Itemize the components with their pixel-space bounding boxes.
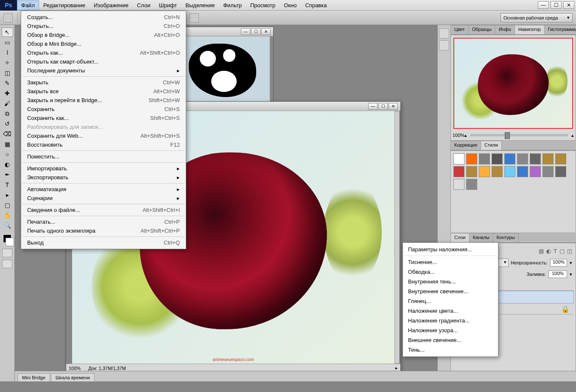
menu-item[interactable]: Создать...Ctrl+N (21, 13, 186, 22)
fx-menu-item[interactable]: Внутренняя тень... (403, 277, 498, 286)
style-swatch[interactable] (466, 166, 477, 177)
fx-menu-item[interactable]: Внешнее свечение... (403, 335, 498, 345)
quickmask-button[interactable] (2, 249, 12, 257)
style-swatch[interactable] (530, 166, 541, 177)
style-swatch[interactable] (542, 166, 554, 177)
fx-menu-item[interactable]: Наложение узора... (403, 325, 498, 335)
menu-изображение[interactable]: Изображение (89, 0, 133, 10)
tool-preset-icon[interactable] (3, 13, 13, 22)
fx-menu-item[interactable]: Глянец... (403, 296, 498, 306)
style-swatch[interactable] (453, 153, 464, 164)
hand-tool[interactable]: ✋ (2, 211, 13, 220)
menu-item[interactable]: СохранитьCtrl+S (21, 105, 186, 114)
style-swatch[interactable] (517, 166, 528, 177)
lasso-tool[interactable]: ⌇ (2, 48, 13, 57)
fx-menu-item[interactable]: Наложение цвета... (403, 306, 498, 316)
panel-tab[interactable]: Каналы (469, 233, 493, 242)
auto-align-icon[interactable] (190, 13, 199, 22)
gradient-tool[interactable]: ▦ (2, 139, 13, 149)
screenmode-button[interactable] (2, 260, 12, 268)
doc-close-button[interactable]: ✕ (261, 28, 271, 35)
menu-выделение[interactable]: Выделение (181, 0, 219, 10)
menu-item[interactable]: Закрыть всеAlt+Ctrl+W (21, 87, 186, 96)
heal-tool[interactable]: ✚ (2, 89, 13, 98)
menu-item[interactable]: Закрыть и перейти в Bridge...Shift+Ctrl+… (21, 96, 186, 105)
brush-tool[interactable]: 🖌 (2, 99, 13, 108)
menu-item[interactable]: Обзор в Mini Bridge... (21, 39, 186, 48)
document-window-small[interactable]: — ☐ ✕ (176, 27, 274, 111)
panel-tab[interactable]: Слои (450, 233, 470, 242)
filter-adjust-icon[interactable]: ◐ (546, 248, 551, 254)
history-brush-tool[interactable]: ↺ (2, 119, 13, 128)
menu-просмотр[interactable]: Просмотр (246, 0, 280, 10)
pen-tool[interactable]: ✒ (2, 170, 13, 179)
panel-tab[interactable]: Навигатор (514, 25, 545, 34)
style-swatch[interactable] (555, 166, 566, 177)
fx-menu-item[interactable]: Тень... (403, 345, 498, 355)
menu-item[interactable]: Сведения о файле...Alt+Shift+Ctrl+I (21, 206, 186, 214)
menu-item[interactable]: Открыть как смарт-объект... (21, 57, 186, 66)
style-swatch[interactable] (492, 166, 503, 177)
style-swatch[interactable] (466, 179, 477, 190)
fx-menu-item[interactable]: Внутреннее свечение... (403, 286, 498, 296)
menu-item[interactable]: ВосстановитьF12 (21, 140, 186, 149)
type-tool[interactable]: T (2, 180, 13, 189)
opacity-value[interactable]: 100% (550, 259, 567, 267)
menu-item[interactable]: ЗакрытьCtrl+W (21, 78, 186, 87)
tab-mini-bridge[interactable]: Mini Bridge (17, 373, 50, 381)
workspace-dropdown[interactable]: Основная рабочая среда▾ (501, 13, 573, 22)
menu-item[interactable]: Открыть как...Alt+Shift+Ctrl+O (21, 48, 186, 57)
style-swatch[interactable] (504, 153, 515, 164)
eraser-tool[interactable]: ⌫ (2, 129, 13, 139)
eyedropper-tool[interactable]: ✎ (2, 78, 13, 88)
menu-item[interactable]: Поместить... (21, 152, 186, 161)
menu-item[interactable]: Сохранить для Web...Alt+Shift+Ctrl+S (21, 131, 186, 140)
panel-tab[interactable]: Цвет (450, 25, 469, 34)
panel-tab[interactable]: Контуры (493, 233, 519, 242)
style-swatch[interactable] (479, 166, 490, 177)
nav-zoom-value[interactable]: 100% (453, 133, 464, 138)
doc-minimize-button[interactable]: — (241, 28, 250, 35)
doc-minimize-button[interactable]: — (368, 103, 377, 110)
background-swatch[interactable] (6, 238, 14, 246)
fx-menu-item[interactable]: Наложение градиента... (403, 316, 498, 325)
menu-item[interactable]: Обзор в Bridge...Alt+Ctrl+O (21, 31, 186, 39)
blur-tool[interactable]: ○ (2, 150, 13, 159)
menu-справка[interactable]: Справка (301, 0, 331, 10)
panel-tab[interactable]: Инфо (495, 25, 515, 34)
filter-smart-icon[interactable]: ◫ (567, 248, 572, 254)
menu-редактирование[interactable]: Редактирование (39, 0, 89, 10)
style-swatch[interactable] (530, 153, 541, 164)
style-swatch[interactable] (466, 153, 477, 164)
menu-файл[interactable]: Файл (17, 0, 39, 10)
menu-item[interactable]: Экспортировать▸ (21, 173, 186, 182)
menu-item[interactable]: Последние документы▸ (21, 66, 186, 75)
zoom-tool[interactable]: 🔍 (2, 221, 13, 230)
fx-menu-item[interactable]: Обводка... (403, 267, 498, 277)
tab-timeline[interactable]: Шкала времени (51, 373, 95, 381)
minimize-button[interactable]: — (538, 1, 549, 9)
doc-maximize-button[interactable]: ☐ (251, 28, 260, 35)
panel-tab[interactable]: Гистограмма (544, 25, 576, 34)
dock-icon[interactable] (439, 40, 449, 50)
menu-фильтр[interactable]: Фильтр (219, 0, 246, 10)
style-swatch[interactable] (517, 153, 528, 164)
close-button[interactable]: ✕ (563, 1, 574, 9)
navigator-thumbnail[interactable] (453, 38, 573, 129)
menu-слои[interactable]: Слои (133, 0, 155, 10)
style-swatch[interactable] (453, 179, 464, 190)
move-tool[interactable]: ↖ (2, 28, 13, 37)
menu-item[interactable]: Автоматизация▸ (21, 185, 186, 194)
fx-menu-item[interactable]: Параметры наложения... (403, 245, 498, 254)
scrollbar-vertical[interactable] (394, 111, 400, 364)
menu-item[interactable]: Сохранить как...Shift+Ctrl+S (21, 114, 186, 122)
doc-close-button[interactable]: ✕ (389, 103, 398, 110)
menu-item[interactable]: Импортировать▸ (21, 164, 186, 173)
style-swatch[interactable] (542, 153, 554, 164)
shape-tool[interactable]: ▢ (2, 200, 13, 210)
menu-item[interactable]: Сценарии▸ (21, 194, 186, 203)
marquee-tool[interactable]: ▭ (2, 38, 13, 47)
style-swatch[interactable] (453, 166, 464, 177)
path-tool[interactable]: ▸ (2, 190, 13, 200)
menu-item[interactable]: Печатать...Ctrl+P (21, 217, 186, 226)
